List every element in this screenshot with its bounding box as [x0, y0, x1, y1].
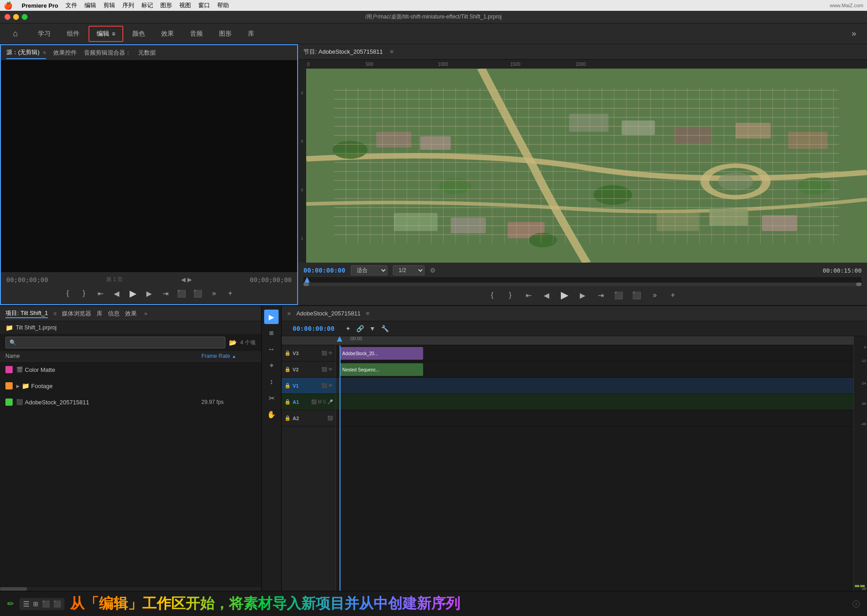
- project-menu-icon[interactable]: ≡: [53, 310, 56, 317]
- menu-window[interactable]: 窗口: [198, 1, 210, 9]
- clip-nested-v2[interactable]: Nested Sequenc...: [340, 363, 423, 376]
- source-insert-icon[interactable]: ⬛: [176, 288, 187, 299]
- tab-library[interactable]: 库: [97, 310, 103, 318]
- home-button[interactable]: ⌂: [7, 26, 23, 42]
- program-go-in-icon[interactable]: ⇤: [522, 289, 535, 301]
- tab-project[interactable]: 项目: Tilt Shift_1: [5, 309, 48, 318]
- nav-item-edit[interactable]: 编辑 ≡: [89, 26, 123, 42]
- a1-mic-icon[interactable]: 🎤: [327, 399, 333, 404]
- status-icon[interactable]: i: [853, 600, 860, 607]
- a1-m-icon[interactable]: M: [318, 399, 322, 404]
- menu-graphics[interactable]: 图形: [160, 1, 172, 9]
- tl-snap-icon[interactable]: ✦: [345, 325, 351, 332]
- menu-mark[interactable]: 标记: [141, 1, 153, 9]
- footage-folder-icon[interactable]: 📁: [22, 382, 29, 389]
- toolbar-grid-view-icon[interactable]: ⊞: [33, 600, 38, 607]
- maximize-button[interactable]: [22, 14, 28, 20]
- tl-link-icon[interactable]: 🔗: [356, 325, 364, 332]
- source-prev-page-icon[interactable]: ◀: [181, 276, 186, 283]
- program-scrollbar-thumb[interactable]: [303, 283, 309, 286]
- program-step-forward-icon[interactable]: ▶: [576, 289, 589, 301]
- timeline-menu-icon[interactable]: ≡: [366, 310, 370, 317]
- close-button[interactable]: [5, 14, 10, 20]
- source-more-icon[interactable]: »: [209, 288, 219, 299]
- v3-sync-icon[interactable]: ⬛: [322, 351, 327, 356]
- source-timecode-left[interactable]: 00;00;00;00: [6, 276, 48, 283]
- toolbar-list-view-icon[interactable]: ☰: [23, 600, 29, 608]
- timeline-close-icon[interactable]: ×: [287, 310, 291, 317]
- program-scrollbar[interactable]: [303, 283, 862, 286]
- source-go-in-icon[interactable]: ⇤: [95, 288, 106, 299]
- v2-sync-icon[interactable]: ⬛: [322, 367, 327, 372]
- nav-item-library[interactable]: 库: [241, 26, 261, 42]
- program-fit-select[interactable]: 适合 25% 50% 100%: [351, 265, 387, 275]
- v1-sync-icon[interactable]: ⬛: [322, 383, 327, 388]
- search-folder-icon[interactable]: 📂: [229, 339, 237, 346]
- tl-settings-icon[interactable]: 🔧: [381, 325, 389, 332]
- nav-item-color[interactable]: 颜色: [125, 26, 152, 42]
- tl-add-marker-icon[interactable]: ▼: [369, 325, 376, 332]
- source-timecode-right[interactable]: 00;00;00;00: [250, 276, 292, 283]
- app-name[interactable]: Premiere Pro: [22, 2, 58, 9]
- tool-hand[interactable]: ✋: [264, 407, 279, 421]
- toolbar-label-icon[interactable]: ⬛: [53, 600, 61, 607]
- source-next-page-icon[interactable]: ▶: [187, 276, 192, 283]
- search-input-wrap[interactable]: 🔍: [5, 337, 225, 348]
- nav-item-learn[interactable]: 学习: [31, 26, 58, 42]
- track-content-v1[interactable]: [336, 378, 853, 394]
- toolbar-freeform-icon[interactable]: ⬛: [42, 600, 50, 607]
- list-item[interactable]: ⬛ AdobeStock_205715811 29.97 fps: [0, 394, 261, 410]
- tab-media-browser[interactable]: 媒体浏览器: [62, 310, 91, 318]
- track-content-a1[interactable]: [336, 394, 853, 410]
- source-go-out-icon[interactable]: ⇥: [160, 288, 171, 299]
- nav-item-audio[interactable]: 音频: [183, 26, 210, 42]
- v3-lock-icon[interactable]: 🔒: [284, 350, 291, 356]
- menu-view[interactable]: 视图: [179, 1, 191, 9]
- tool-ripple[interactable]: ↔: [264, 342, 279, 357]
- program-step-back-icon[interactable]: ◀: [540, 289, 553, 301]
- v2-lock-icon[interactable]: 🔒: [284, 366, 291, 372]
- program-timeline-bar[interactable]: [303, 277, 862, 286]
- source-overwrite-icon[interactable]: ⬛: [192, 288, 203, 299]
- program-quality-select[interactable]: 1/2 1/4 Full: [393, 265, 424, 275]
- a1-lock-icon[interactable]: 🔒: [284, 399, 291, 405]
- nav-item-effects[interactable]: 效果: [154, 26, 181, 42]
- program-scrollbar-right-thumb[interactable]: [856, 283, 862, 286]
- project-more-icon[interactable]: »: [144, 310, 147, 317]
- project-scrollbar[interactable]: [0, 587, 261, 591]
- menu-sequence[interactable]: 序列: [122, 1, 134, 9]
- tool-razor[interactable]: ✂: [264, 391, 279, 405]
- col-framerate-header[interactable]: Frame Rate ▲: [201, 353, 256, 359]
- program-lift-icon[interactable]: ⬛: [612, 289, 625, 301]
- tab-effect-controls[interactable]: 效果控件: [53, 47, 77, 59]
- source-step-back-icon[interactable]: ◀: [111, 288, 122, 299]
- footage-expand-icon[interactable]: ▶: [16, 384, 20, 389]
- program-more-icon[interactable]: »: [648, 289, 661, 301]
- timeline-timecode[interactable]: 00:00:00:00: [287, 323, 340, 334]
- tab-audio-mixer[interactable]: 音频剪辑混合器：: [84, 47, 131, 59]
- tab-effects[interactable]: 效果: [125, 310, 137, 318]
- clip-adobestock-v3[interactable]: AdobeStock_20...: [340, 347, 423, 360]
- tool-rolling[interactable]: ⌖: [264, 358, 279, 373]
- program-panel-menu-icon[interactable]: ≡: [390, 48, 394, 55]
- a2-lock-icon[interactable]: 🔒: [284, 415, 291, 421]
- program-extract-icon[interactable]: ⬛: [630, 289, 643, 301]
- source-play-button[interactable]: ▶: [127, 288, 138, 299]
- a1-s-icon[interactable]: S: [323, 399, 326, 404]
- tool-selection[interactable]: ▶: [264, 310, 279, 324]
- search-input[interactable]: [18, 339, 221, 346]
- nav-more-button[interactable]: »: [848, 27, 860, 40]
- program-timecode[interactable]: 00:00:00:00: [303, 267, 345, 274]
- nav-item-graphics[interactable]: 图形: [212, 26, 239, 42]
- bottom-pencil-icon[interactable]: ✏: [7, 599, 14, 609]
- program-add-icon[interactable]: +: [667, 289, 679, 301]
- track-content-v3[interactable]: AdobeStock_20...: [336, 345, 853, 361]
- source-add-icon[interactable]: +: [225, 288, 236, 299]
- tab-source-no-clip[interactable]: 源：(无剪辑) ≡: [6, 46, 46, 59]
- tab-metadata[interactable]: 元数据: [138, 47, 156, 59]
- source-mark-out-icon[interactable]: }: [79, 288, 89, 299]
- a2-sync-icon[interactable]: ⬛: [327, 416, 333, 421]
- list-item[interactable]: ▶ 📁 Footage: [0, 378, 261, 394]
- apple-logo[interactable]: 🍎: [4, 1, 13, 10]
- source-mark-in-icon[interactable]: {: [62, 288, 73, 299]
